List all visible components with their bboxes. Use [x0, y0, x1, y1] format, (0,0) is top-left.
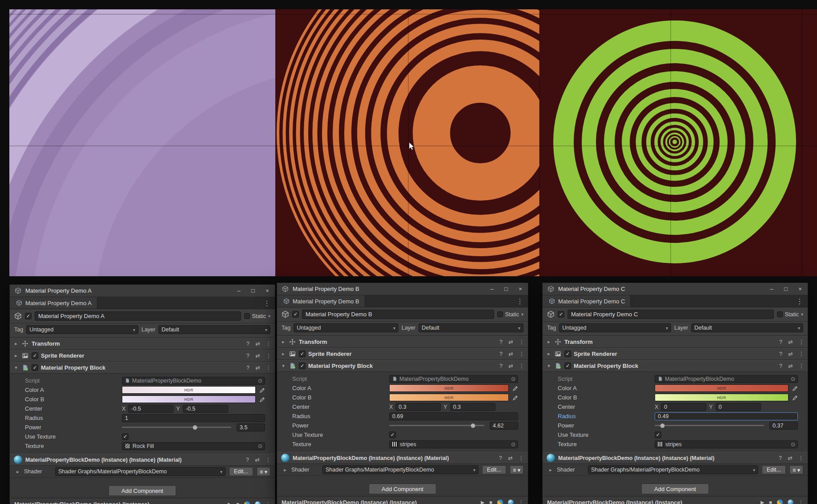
- shader-dropdown[interactable]: Shader Graphs/MaterialPropertyBlockDemo …: [322, 465, 479, 474]
- static-checkbox[interactable]: [497, 311, 503, 317]
- maximize-button[interactable]: □: [503, 286, 509, 292]
- material-property-block-header[interactable]: ▾ ✓ Material Property Block ? ⇄ ⋮: [10, 362, 275, 374]
- help-icon[interactable]: ?: [779, 363, 782, 369]
- maximize-button[interactable]: □: [783, 286, 789, 292]
- texture-object-field[interactable]: stripes ⊙: [655, 440, 798, 448]
- play-icon[interactable]: ▶: [761, 500, 764, 504]
- play-icon[interactable]: ▶: [481, 500, 484, 504]
- layer-dropdown[interactable]: Default ▾: [158, 325, 270, 334]
- center-y-field[interactable]: 0: [716, 403, 761, 411]
- texture-object-field[interactable]: Rock Fill ⊙: [122, 442, 265, 450]
- static-dropdown[interactable]: Static ▾: [777, 311, 803, 318]
- foldout-collapsed-icon[interactable]: ▸: [282, 467, 288, 473]
- preview-sphere-icon[interactable]: [508, 500, 514, 504]
- tab-kebab-icon[interactable]: ⋮: [259, 297, 275, 309]
- object-picker-icon[interactable]: ⊙: [791, 441, 795, 448]
- texture-object-field[interactable]: stripes ⊙: [389, 440, 518, 448]
- script-object-field[interactable]: MaterialPropertyBlockDemo ⊙: [655, 375, 798, 383]
- eyedropper-icon[interactable]: [793, 395, 798, 400]
- presets-icon[interactable]: ⇄: [508, 339, 513, 345]
- eyedropper-icon[interactable]: [260, 397, 265, 402]
- help-icon[interactable]: ?: [499, 455, 502, 461]
- mpb-enabled-checkbox[interactable]: ✓: [299, 363, 306, 369]
- color-a-swatch[interactable]: HDR: [389, 384, 509, 392]
- foldout-collapsed-icon[interactable]: ▸: [546, 339, 551, 345]
- center-x-field[interactable]: 0: [661, 403, 706, 411]
- kebab-menu-icon[interactable]: ⋮: [519, 351, 525, 357]
- static-dropdown[interactable]: Static ▾: [244, 313, 270, 319]
- color-a-swatch[interactable]: HDR: [122, 386, 256, 394]
- kebab-menu-icon[interactable]: ⋮: [519, 500, 523, 504]
- foldout-collapsed-icon[interactable]: ▸: [15, 469, 20, 475]
- sprite-renderer-enabled-checkbox[interactable]: ✓: [299, 351, 306, 357]
- foldout-collapsed-icon[interactable]: ▸: [548, 467, 553, 473]
- object-picker-icon[interactable]: ⊙: [258, 378, 262, 384]
- presets-icon[interactable]: ⇄: [788, 339, 793, 345]
- power-slider-knob[interactable]: [471, 423, 475, 428]
- script-object-field[interactable]: MaterialPropertyBlockDemo ⊙: [122, 377, 265, 385]
- use-texture-checkbox[interactable]: ✓: [389, 431, 396, 438]
- material-header[interactable]: MaterialPropertyBlockDemo (Instance) (In…: [10, 454, 275, 466]
- material-preview-bar[interactable]: MaterialPropertyBlockDemo (Instance) (In…: [277, 496, 528, 504]
- kebab-menu-icon[interactable]: ⋮: [519, 339, 525, 345]
- color-a-swatch[interactable]: HDR: [655, 384, 789, 392]
- layer-dropdown[interactable]: Default ▾: [691, 323, 803, 332]
- active-checkbox[interactable]: ✓: [292, 311, 299, 318]
- eyedropper-icon[interactable]: [260, 387, 265, 393]
- tab-kebab-icon[interactable]: ⋮: [512, 295, 528, 307]
- material-preview-bar[interactable]: MaterialPropertyBlockDemo (Instance) (In…: [543, 496, 808, 504]
- edit-shader-button[interactable]: Edit...: [482, 465, 506, 474]
- help-icon[interactable]: ?: [246, 353, 250, 359]
- shader-dropdown[interactable]: Shader Graphs/MaterialPropertyBlockDemo …: [588, 465, 758, 474]
- center-x-field[interactable]: -0.5: [128, 405, 173, 413]
- stop-icon[interactable]: ■: [769, 500, 772, 504]
- presets-icon[interactable]: ⇄: [508, 363, 513, 369]
- presets-icon[interactable]: ⇄: [255, 340, 260, 347]
- gameobject-name-field[interactable]: Material Property Demo A: [35, 311, 241, 321]
- presets-icon[interactable]: ⇄: [788, 455, 792, 461]
- close-button[interactable]: ×: [264, 287, 270, 294]
- kebab-menu-icon[interactable]: ⋮: [266, 456, 271, 463]
- power-slider[interactable]: [122, 427, 231, 428]
- center-x-field[interactable]: 0.3: [395, 403, 441, 411]
- power-slider[interactable]: [389, 425, 484, 426]
- window-titlebar[interactable]: Material Property Demo A – □ ×: [10, 285, 275, 297]
- sprite-renderer-component-header[interactable]: ▸ ✓ Sprite Renderer ? ⇄ ⋮: [543, 348, 808, 360]
- foldout-collapsed-icon[interactable]: ▸: [13, 353, 19, 359]
- presets-icon[interactable]: ⇄: [508, 351, 513, 357]
- tag-dropdown[interactable]: Untagged ▾: [26, 325, 138, 334]
- material-preview-bar[interactable]: MaterialPropertyBlockDemo (Instance) (In…: [10, 498, 275, 504]
- power-field[interactable]: 0.37: [769, 422, 798, 430]
- foldout-expanded-icon[interactable]: ▾: [546, 363, 551, 369]
- edit-shader-button[interactable]: Edit...: [762, 465, 786, 474]
- material-header[interactable]: MaterialPropertyBlockDemo (Instance) (In…: [543, 452, 808, 464]
- script-object-field[interactable]: MaterialPropertyBlockDemo ⊙: [389, 375, 518, 383]
- foldout-collapsed-icon[interactable]: ▸: [13, 341, 19, 347]
- help-icon[interactable]: ?: [779, 339, 782, 345]
- material-header[interactable]: MaterialPropertyBlockDemo (Instance) (In…: [277, 452, 528, 464]
- kebab-menu-icon[interactable]: ⋮: [266, 352, 272, 359]
- kebab-menu-icon[interactable]: ⋮: [266, 501, 270, 504]
- gameobject-name-field[interactable]: Material Property Demo C: [567, 310, 774, 319]
- kebab-menu-icon[interactable]: ⋮: [799, 363, 805, 369]
- minimize-button[interactable]: –: [769, 286, 775, 292]
- presets-icon[interactable]: ⇄: [508, 455, 512, 461]
- material-property-block-header[interactable]: ▾ ✓ Material Property Block ? ⇄ ⋮: [277, 360, 528, 372]
- shader-menu-button[interactable]: ≡ ▾: [510, 465, 523, 474]
- minimize-button[interactable]: –: [489, 286, 495, 292]
- active-checkbox[interactable]: ✓: [558, 311, 564, 318]
- maximize-button[interactable]: □: [250, 287, 256, 294]
- sprite-renderer-component-header[interactable]: ▸ ✓ Sprite Renderer ? ⇄ ⋮: [277, 348, 528, 360]
- mpb-enabled-checkbox[interactable]: ✓: [32, 364, 38, 371]
- kebab-menu-icon[interactable]: ⋮: [799, 351, 805, 357]
- power-slider-knob[interactable]: [193, 425, 197, 430]
- presets-icon[interactable]: ⇄: [255, 364, 260, 371]
- radius-field[interactable]: 0.49: [655, 412, 798, 420]
- color-b-swatch[interactable]: HDR: [389, 394, 509, 401]
- kebab-menu-icon[interactable]: ⋮: [266, 340, 272, 347]
- use-texture-checkbox[interactable]: ✓: [122, 433, 129, 440]
- close-button[interactable]: ×: [517, 286, 523, 292]
- add-component-button[interactable]: Add Component: [109, 485, 176, 496]
- close-button[interactable]: ×: [797, 286, 803, 292]
- kebab-menu-icon[interactable]: ⋮: [798, 500, 803, 504]
